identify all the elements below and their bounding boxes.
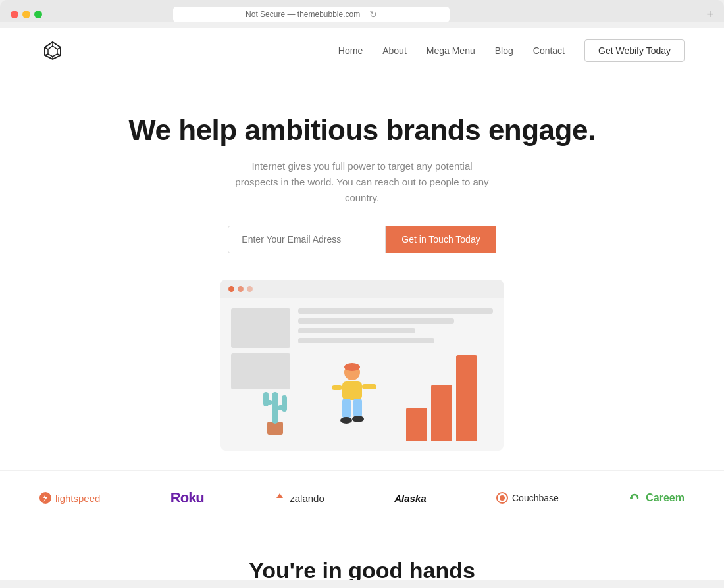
- navbar: Home About Mega Menu Blog Contact Get We…: [0, 28, 724, 74]
- mock-dot-3: [247, 286, 253, 292]
- nav-contact[interactable]: Contact: [533, 45, 565, 56]
- browser-chrome: Not Secure — themebubble.com ↻ +: [0, 0, 724, 22]
- address-bar[interactable]: Not Secure — themebubble.com ↻: [173, 7, 450, 22]
- svg-rect-20: [332, 385, 342, 390]
- hero-section: We help ambitious brands engage. Interne…: [0, 74, 724, 470]
- svg-point-22: [352, 416, 364, 422]
- svg-point-21: [340, 417, 352, 424]
- mock-line-4: [298, 338, 434, 343]
- nav-mega-menu[interactable]: Mega Menu: [427, 45, 475, 56]
- maximize-dot[interactable]: [34, 11, 42, 18]
- browser-dots: [11, 11, 42, 18]
- couchbase-icon: [496, 492, 508, 504]
- svg-rect-11: [263, 392, 269, 406]
- illustration-wrap: [13, 280, 711, 451]
- svg-marker-1: [48, 46, 57, 57]
- address-text: Not Secure — themebubble.com: [246, 10, 360, 19]
- bar-1: [406, 408, 427, 441]
- cactus-illustration: [257, 372, 293, 441]
- minimize-dot[interactable]: [22, 11, 30, 18]
- mock-line-2: [298, 318, 454, 324]
- person-illustration: [323, 359, 382, 441]
- roku-label: Roku: [170, 489, 204, 506]
- logo[interactable]: [39, 41, 66, 61]
- svg-rect-17: [342, 399, 351, 418]
- logo-roku: Roku: [170, 489, 204, 506]
- nav-home[interactable]: Home: [338, 45, 363, 56]
- logo-careem: Careem: [629, 492, 685, 504]
- refresh-icon[interactable]: ↻: [369, 9, 377, 20]
- bar-2: [431, 385, 452, 441]
- mock-titlebar: [220, 280, 504, 298]
- cta-button[interactable]: Get in Touch Today: [386, 226, 496, 253]
- add-tab-button[interactable]: +: [706, 8, 713, 22]
- good-hands-section: You're in good hands Fitst see how your …: [0, 525, 724, 580]
- svg-point-26: [500, 495, 505, 501]
- logo-lightspeed: lightspeed: [39, 492, 100, 504]
- svg-point-15: [344, 363, 360, 371]
- mock-line-3: [298, 328, 415, 333]
- nav-blog[interactable]: Blog: [495, 45, 513, 56]
- svg-marker-24: [276, 493, 283, 498]
- mock-box-1: [231, 308, 290, 348]
- page-content: Home About Mega Menu Blog Contact Get We…: [0, 28, 724, 580]
- nav-cta-button[interactable]: Get Webify Today: [584, 39, 685, 62]
- svg-rect-16: [342, 381, 362, 400]
- hero-form: Get in Touch Today: [13, 226, 711, 253]
- mock-dot-2: [238, 286, 244, 292]
- hero-subtitle: Internet gives you full power to target …: [230, 159, 494, 206]
- svg-rect-18: [353, 399, 362, 417]
- couchbase-label: Couchbase: [512, 493, 559, 503]
- svg-rect-13: [282, 395, 287, 412]
- mock-dot-1: [228, 286, 234, 292]
- svg-point-27: [630, 497, 633, 499]
- lightspeed-label: lightspeed: [55, 493, 100, 504]
- close-dot[interactable]: [11, 11, 18, 18]
- bar-chart: [406, 355, 477, 441]
- lightspeed-icon: [39, 492, 51, 504]
- bar-3: [456, 355, 477, 441]
- alaska-label: Alaska: [394, 493, 426, 504]
- logo-alaska: Alaska: [394, 493, 426, 504]
- nav-links: Home About Mega Menu Blog Contact Get We…: [338, 39, 685, 62]
- hero-illustration: [220, 280, 504, 451]
- good-hands-title: You're in good hands: [13, 558, 711, 580]
- careem-label: Careem: [646, 492, 685, 504]
- mock-line-1: [298, 308, 493, 314]
- zalando-label: zalando: [290, 493, 324, 504]
- careem-icon: [629, 492, 642, 504]
- svg-rect-19: [362, 384, 376, 389]
- zalando-icon: [274, 492, 286, 504]
- svg-rect-9: [272, 392, 278, 424]
- hero-title: We help ambitious brands engage.: [13, 114, 711, 147]
- browser-titlebar: Not Secure — themebubble.com ↻ +: [11, 7, 713, 22]
- email-input[interactable]: [228, 226, 386, 253]
- nav-about[interactable]: About: [382, 45, 407, 56]
- logo-couchbase: Couchbase: [496, 492, 559, 504]
- logo-zalando: zalando: [274, 492, 324, 504]
- logos-section: lightspeed Roku zalando Alaska Couchbase: [0, 470, 724, 525]
